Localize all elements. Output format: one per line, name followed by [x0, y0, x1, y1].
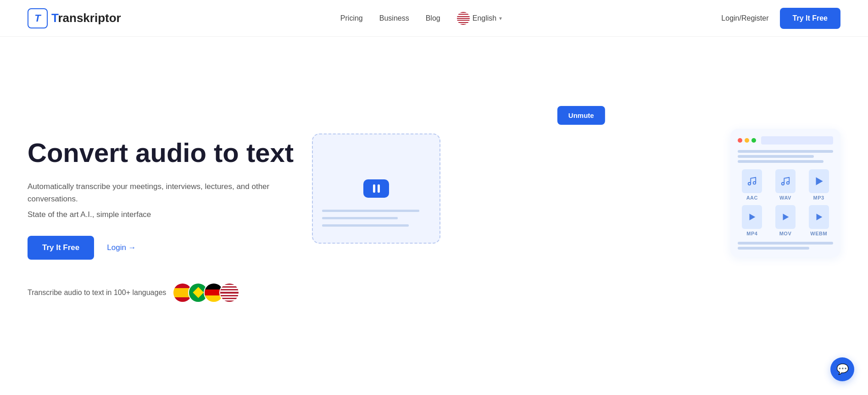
- nav-pricing[interactable]: Pricing: [340, 14, 363, 22]
- us-flag-icon: [457, 12, 470, 25]
- file-mp4-icon: [742, 205, 762, 229]
- languages-row: Transcribe audio to text in 100+ languag…: [28, 283, 303, 303]
- file-wav-icon: [775, 169, 796, 193]
- file-webm-icon: [809, 205, 829, 229]
- bottom-text-lines: [738, 242, 833, 250]
- chat-icon: 💬: [836, 363, 849, 375]
- play-icon: [813, 175, 825, 187]
- transcript-line-2: [322, 217, 398, 219]
- pause-bar-1: [373, 184, 375, 193]
- dot-green: [751, 138, 756, 143]
- svg-marker-5: [750, 213, 756, 220]
- svg-point-3: [787, 181, 790, 184]
- logo-text: TTranskriptorranskriptor: [51, 11, 121, 25]
- svg-marker-7: [816, 213, 822, 220]
- svg-marker-4: [816, 177, 823, 185]
- hero-content-left: Convert audio to text Automatically tran…: [28, 138, 303, 302]
- file-mp4: MP4: [738, 205, 767, 236]
- bottom-line-2: [738, 247, 809, 250]
- chevron-down-icon: ▾: [499, 15, 502, 22]
- files-grid: AAC WAV: [738, 169, 833, 236]
- file-wav: WAV: [771, 169, 800, 200]
- play-webm-icon: [814, 212, 824, 222]
- hero-title: Convert audio to text: [28, 138, 303, 167]
- nav-right: Login/Register Try It Free: [721, 8, 840, 29]
- music-icon: [747, 176, 757, 186]
- unmute-button[interactable]: Unmute: [557, 106, 605, 125]
- hero-state-of-art: State of the art A.I., simple interface: [28, 210, 303, 219]
- music-wav-icon: [780, 176, 790, 186]
- browser-bar: [738, 136, 833, 145]
- file-mov-label: MOV: [779, 231, 792, 236]
- file-aac: AAC: [738, 169, 767, 200]
- file-aac-label: AAC: [746, 195, 758, 200]
- logo-icon: T: [28, 8, 48, 28]
- bottom-line-1: [738, 242, 833, 245]
- file-text-lines: [738, 150, 833, 163]
- file-mp3-icon: [809, 169, 829, 193]
- play-mp4-icon: [747, 212, 757, 222]
- chat-button[interactable]: 💬: [830, 357, 854, 381]
- hero-try-it-free-button[interactable]: Try It Free: [28, 236, 94, 260]
- svg-point-0: [748, 182, 751, 185]
- language-selector[interactable]: English ▾: [457, 12, 502, 25]
- transcript-line-1: [322, 210, 419, 212]
- svg-marker-6: [783, 213, 789, 220]
- flag-usa: [219, 283, 239, 303]
- transcript-lines: [322, 210, 430, 229]
- text-line-3: [738, 160, 823, 163]
- text-line-1: [738, 150, 833, 153]
- pause-icon: [373, 184, 380, 193]
- transcript-line-3: [322, 224, 409, 227]
- file-webm-label: WEBM: [810, 231, 827, 236]
- dot-red: [738, 138, 742, 143]
- hero-login-link[interactable]: Login →: [107, 243, 136, 252]
- file-aac-icon: [742, 169, 762, 193]
- play-mov-icon: [780, 212, 790, 222]
- file-mov-icon: [775, 205, 796, 229]
- hero-buttons: Try It Free Login →: [28, 236, 303, 260]
- hero-illustration: Unmute: [303, 106, 840, 335]
- hero-section: Convert audio to text Automatically tran…: [0, 37, 868, 395]
- pause-bar-2: [378, 184, 380, 193]
- language-label: English: [473, 14, 496, 22]
- file-webm: WEBM: [804, 205, 833, 236]
- svg-point-2: [782, 182, 785, 185]
- nav-blog[interactable]: Blog: [426, 14, 440, 22]
- pause-button[interactable]: [363, 179, 389, 198]
- login-register-link[interactable]: Login/Register: [721, 14, 768, 22]
- nav-links: Pricing Business Blog English ▾: [340, 12, 502, 25]
- navbar: T TTranskriptorranskriptor Pricing Busin…: [0, 0, 868, 37]
- player-card: [312, 134, 440, 244]
- file-mp3-label: MP3: [813, 195, 824, 200]
- languages-text: Transcribe audio to text in 100+ languag…: [28, 289, 166, 297]
- svg-point-1: [753, 181, 756, 184]
- file-mp4-label: MP4: [746, 231, 757, 236]
- file-mov: MOV: [771, 205, 800, 236]
- file-mp3: MP3: [804, 169, 833, 200]
- nav-business[interactable]: Business: [379, 14, 409, 22]
- logo[interactable]: T TTranskriptorranskriptor: [28, 8, 121, 28]
- files-card: AAC WAV: [730, 129, 840, 257]
- file-wav-label: WAV: [779, 195, 791, 200]
- browser-search-bar: [761, 136, 833, 145]
- dot-yellow: [745, 138, 749, 143]
- flags-group: [172, 283, 239, 303]
- hero-subtitle: Automatically transcribe your meetings, …: [28, 180, 303, 205]
- text-line-2: [738, 155, 814, 158]
- nav-try-it-free-button[interactable]: Try It Free: [780, 8, 840, 29]
